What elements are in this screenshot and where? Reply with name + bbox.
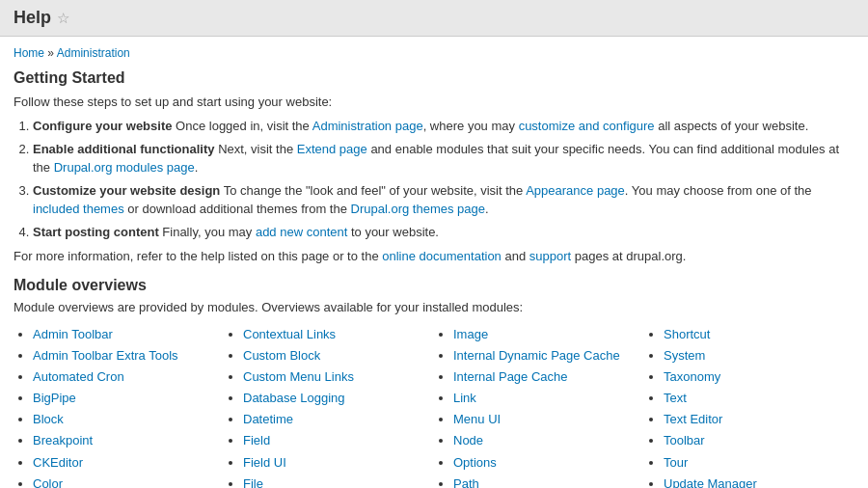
list-item: Field bbox=[243, 430, 434, 451]
step-2: Enable additional functionality Next, vi… bbox=[33, 140, 854, 177]
breadcrumb-separator: » bbox=[47, 46, 54, 60]
list-item: Contextual Links bbox=[243, 324, 434, 345]
included-themes-link[interactable]: included themes bbox=[33, 202, 124, 216]
drupal-modules-link[interactable]: Drupal.org modules page bbox=[54, 160, 195, 175]
list-item: CKEditor bbox=[33, 452, 224, 474]
list-item: Image bbox=[453, 324, 644, 345]
list-item: Database Logging bbox=[243, 388, 434, 409]
page-header: Help ☆ bbox=[0, 0, 868, 37]
list-item: Link bbox=[453, 388, 644, 409]
list-item: Admin Toolbar Extra Tools bbox=[33, 345, 224, 366]
list-item: Options bbox=[453, 452, 644, 474]
star-icon[interactable]: ☆ bbox=[57, 10, 69, 27]
getting-started-intro: Follow these steps to set up and start u… bbox=[14, 95, 854, 109]
steps-list: Configure your website Once logged in, v… bbox=[33, 117, 854, 241]
list-item: Breakpoint bbox=[33, 430, 224, 451]
module-col-4: Shortcut System Taxonomy Text Text Edito… bbox=[644, 324, 854, 488]
module-col-3: Image Internal Dynamic Page Cache Intern… bbox=[434, 324, 644, 488]
breadcrumb-home[interactable]: Home bbox=[14, 46, 44, 60]
list-item: Node bbox=[453, 430, 644, 451]
module-col-2: Contextual Links Custom Block Custom Men… bbox=[224, 324, 434, 488]
list-item: Custom Block bbox=[243, 345, 434, 366]
step-3: Customize your website design To change … bbox=[33, 181, 854, 219]
list-item: Tour bbox=[664, 452, 854, 474]
list-item: Internal Page Cache bbox=[453, 366, 644, 388]
list-item: Text bbox=[664, 388, 854, 409]
list-item: Datetime bbox=[243, 409, 434, 430]
online-doc-link[interactable]: online documentation bbox=[382, 249, 502, 263]
module-col-1: Admin Toolbar Admin Toolbar Extra Tools … bbox=[14, 324, 224, 488]
getting-started-title: Getting Started bbox=[14, 69, 854, 87]
admin-page-link[interactable]: Administration page bbox=[312, 119, 423, 133]
list-item: Admin Toolbar bbox=[33, 324, 224, 345]
module-overviews-subtitle: Module overviews are provided by modules… bbox=[14, 300, 854, 314]
extend-link[interactable]: Extend page bbox=[297, 142, 367, 156]
list-item: Automated Cron bbox=[33, 366, 224, 388]
list-item: Shortcut bbox=[664, 324, 854, 345]
customize-link[interactable]: customize and configure bbox=[519, 119, 655, 133]
add-content-link[interactable]: add new content bbox=[256, 225, 347, 239]
step-1: Configure your website Once logged in, v… bbox=[33, 117, 854, 136]
breadcrumb: Home » Administration bbox=[14, 46, 854, 60]
list-item: System bbox=[664, 345, 854, 366]
list-item: Internal Dynamic Page Cache bbox=[453, 345, 644, 366]
more-info: For more information, refer to the help … bbox=[14, 249, 854, 263]
list-item: Text Editor bbox=[664, 409, 854, 430]
list-item: Field UI bbox=[243, 452, 434, 474]
list-item: Toolbar bbox=[664, 430, 854, 451]
support-link[interactable]: support bbox=[529, 249, 571, 263]
module-overviews-title: Module overviews bbox=[14, 277, 854, 294]
list-item: Block bbox=[33, 409, 224, 430]
list-item: BigPipe bbox=[33, 388, 224, 409]
list-item: Taxonomy bbox=[664, 366, 854, 388]
list-item: Menu UI bbox=[453, 409, 644, 430]
breadcrumb-admin[interactable]: Administration bbox=[57, 46, 130, 60]
step-4: Start posting content Finally, you may a… bbox=[33, 223, 854, 242]
drupal-themes-link[interactable]: Drupal.org themes page bbox=[351, 202, 485, 216]
list-item: Path bbox=[453, 474, 644, 488]
list-item: Update Manager bbox=[664, 474, 854, 488]
list-item: Color bbox=[33, 474, 224, 488]
appearance-link[interactable]: Appearance page bbox=[526, 183, 625, 198]
module-columns: Admin Toolbar Admin Toolbar Extra Tools … bbox=[14, 324, 854, 488]
list-item: File bbox=[243, 474, 434, 488]
list-item: Custom Menu Links bbox=[243, 366, 434, 388]
page-title: Help bbox=[14, 8, 51, 28]
